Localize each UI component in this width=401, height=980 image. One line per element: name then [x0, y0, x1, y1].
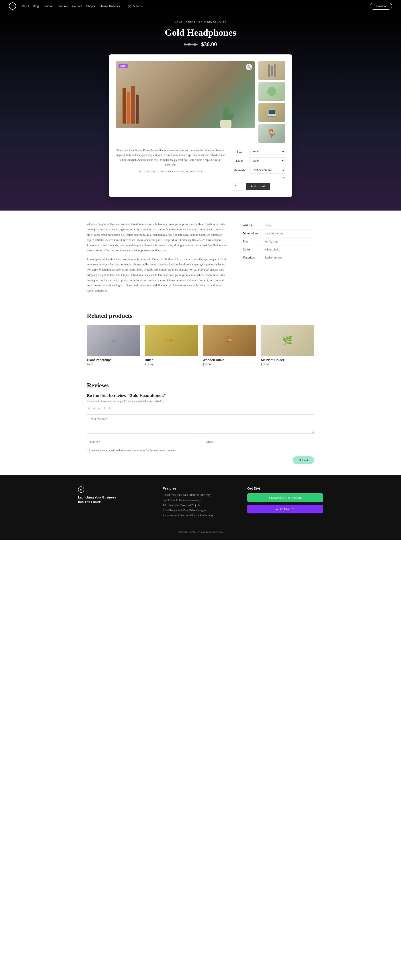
- related-item-3[interactable]: 🪑 Wooden Chair $34.00: [203, 325, 256, 366]
- review-note: Your email address will not be published…: [87, 400, 314, 403]
- footer-features-col: Features Unlock Your Time with Effortles…: [163, 487, 238, 519]
- related-item-2[interactable]: Ruler $12.00: [145, 325, 198, 366]
- size-option-row: Size small medium large: [232, 148, 285, 155]
- footer-get-divi-col: Get Divi ⬇ Download The Free App ● Get D…: [247, 487, 323, 519]
- spec-size: Size small, large: [243, 238, 314, 246]
- size-label: Size: [232, 150, 247, 153]
- original-price: $39.00: [184, 42, 198, 47]
- footer-link-3[interactable]: Take Control of Tasks and Projects: [163, 504, 238, 507]
- star-3[interactable]: ★: [97, 406, 101, 410]
- related-item-4[interactable]: 🌿 Air Plant Holder $16.00: [261, 325, 314, 366]
- hero-section: HOME / OFFICE / GOLD HEADPHONES Gold Hea…: [0, 12, 401, 210]
- product-options: Size small medium large Color black whit…: [232, 148, 285, 191]
- ruler-shape: [165, 339, 178, 342]
- footer-link-5[interactable]: Automate Workflows for Ultimate Producti…: [163, 514, 238, 517]
- materials-option-row: Materials leather, ceramic fabric plasti…: [232, 167, 285, 173]
- thumbnail-column: 💻 🪑: [258, 61, 285, 143]
- footer-features-title: Features: [163, 487, 238, 490]
- site-logo[interactable]: D: [9, 2, 16, 10]
- save-checkbox-row: Save my name, email, and website in this…: [87, 449, 314, 452]
- save-label: Save my name, email, and website in this…: [92, 449, 176, 452]
- footer-brand-col: D Launching Your BusinessInto The Future: [78, 487, 154, 519]
- related-grid: 📎 Giant Paperclips $8.00 Ruler $12.00 🪑 …: [87, 325, 314, 366]
- zoom-icon[interactable]: 🔍: [246, 64, 252, 70]
- footer-link-1[interactable]: Unlock Your Time with Effortless Efficie…: [163, 493, 238, 497]
- star-5[interactable]: ★: [108, 406, 111, 410]
- product-sku: SKU: N/A / CATEGORIES: OFFICE, STORE, TE…: [116, 169, 225, 173]
- reviews-title: Reviews: [87, 382, 314, 389]
- save-checkbox[interactable]: [87, 449, 90, 452]
- spec-dimensions: Dimensions 20 × 20 × 40 cm: [243, 230, 314, 238]
- info-description: Aliquam feugiat ut diam non tempus. Inte…: [87, 222, 230, 297]
- product-images: Sale! 🔍: [116, 61, 285, 143]
- color-select[interactable]: black white blue: [249, 158, 285, 164]
- nav-shop[interactable]: Shop ▾: [86, 5, 95, 8]
- related-price-3: $34.00: [203, 363, 256, 366]
- main-image-wrap: Sale! 🔍: [116, 61, 255, 143]
- download-button[interactable]: Download: [370, 3, 392, 10]
- related-price-1: $8.00: [87, 363, 140, 366]
- cart-icon[interactable]: 🛒 5 Items: [128, 5, 143, 8]
- nav-links: About Blog Feature Features Contact Shop…: [21, 5, 366, 8]
- product-title: Gold Headphones: [5, 27, 396, 38]
- thumbnail-3[interactable]: 💻: [258, 103, 285, 122]
- download-app-button[interactable]: ⬇ Download The Free App: [247, 493, 323, 502]
- footer-link-2[interactable]: Boost Team Collaboration Instantly: [163, 498, 238, 502]
- star-2[interactable]: ★: [92, 406, 96, 410]
- product-detail-row: Etiam quis blandit erat. Donec laoreet l…: [116, 148, 285, 191]
- materials-label: Materials: [232, 169, 247, 172]
- thumbnail-4[interactable]: 🪑: [258, 124, 285, 143]
- star-4[interactable]: ★: [103, 406, 106, 410]
- spec-materials: Materials leather, ceramic: [243, 254, 314, 262]
- footer-logo[interactable]: D: [78, 487, 84, 493]
- nav-about[interactable]: About: [21, 5, 29, 8]
- product-card: Sale! 🔍: [109, 54, 292, 197]
- related-name-1: Giant Paperclips: [87, 358, 140, 362]
- thumbnail-1[interactable]: [258, 61, 285, 80]
- nav-contact[interactable]: Contact: [72, 5, 82, 8]
- footer-link-4[interactable]: Drive Results with Data-Driven Insights: [163, 509, 238, 512]
- reviews-section: Reviews Be the first to review “Gold Hea…: [78, 377, 323, 475]
- materials-select[interactable]: leather, ceramic fabric plastic: [249, 167, 285, 173]
- footer-grid: D Launching Your BusinessInto The Future…: [78, 487, 323, 519]
- related-image-2: [145, 325, 198, 356]
- submit-button[interactable]: Submit: [293, 456, 314, 464]
- name-input[interactable]: [87, 437, 199, 446]
- sale-badge: Sale!: [119, 64, 128, 68]
- spec-weight: Weight 20 kg: [243, 222, 314, 230]
- nav-features[interactable]: Features: [57, 5, 68, 8]
- current-price: $30.00: [201, 41, 217, 48]
- nav-blog[interactable]: Blog: [33, 5, 39, 8]
- quantity-input[interactable]: [232, 182, 243, 191]
- spec-color: Color white, black: [243, 246, 314, 254]
- review-textarea[interactable]: [87, 414, 314, 434]
- related-image-1: 📎: [87, 325, 140, 356]
- related-item-1[interactable]: 📎 Giant Paperclips $8.00: [87, 325, 140, 366]
- related-price-2: $12.00: [145, 363, 198, 366]
- main-product-image: Sale! 🔍: [116, 61, 255, 128]
- star-rating[interactable]: ★ ★ ★ ★ ★: [87, 406, 314, 411]
- thumbnail-2[interactable]: [258, 82, 285, 101]
- nav-feature[interactable]: Feature: [43, 5, 53, 8]
- footer-get-divi-title: Get Divi: [247, 487, 323, 490]
- add-to-cart-button[interactable]: Add to cart: [246, 183, 270, 190]
- clear-link[interactable]: Clear: [232, 176, 285, 179]
- related-name-2: Ruler: [145, 358, 198, 362]
- related-title: Related products: [87, 312, 314, 320]
- info-para-1: Aliquam feugiat ut diam non tempus. Inte…: [87, 222, 230, 253]
- footer-tagline: Launching Your BusinessInto The Future: [78, 495, 154, 504]
- product-description: Etiam quis blandit erat. Donec laoreet l…: [116, 148, 225, 191]
- add-to-cart-row: Add to cart: [232, 182, 285, 191]
- email-input[interactable]: [202, 437, 314, 446]
- color-label: Color: [232, 159, 247, 162]
- footer-logo-wrap: D: [78, 487, 154, 493]
- get-divi-pro-button[interactable]: ● Get Divi Pro: [247, 505, 323, 514]
- related-price-4: $16.00: [261, 363, 314, 366]
- related-name-3: Wooden Chair: [203, 358, 256, 362]
- related-image-4: 🌿: [261, 325, 314, 356]
- star-1[interactable]: ★: [87, 406, 90, 410]
- review-subtitle: Be the first to review “Gold Headphones”: [87, 393, 314, 398]
- theme-builder-menu[interactable]: Theme Builder ▾: [99, 5, 121, 8]
- size-select[interactable]: small medium large: [249, 148, 285, 155]
- price-area: $39.00 $30.00: [5, 41, 396, 48]
